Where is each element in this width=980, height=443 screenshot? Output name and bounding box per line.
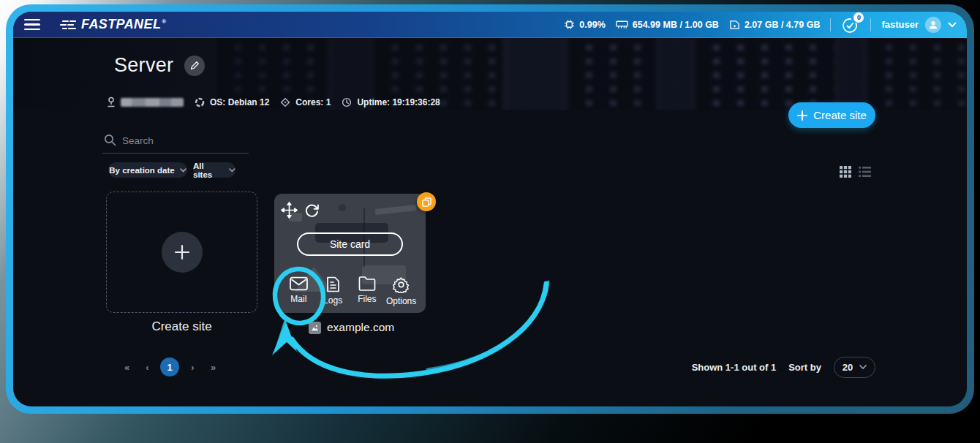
topbar-divider: [830, 18, 831, 31]
notifications-button[interactable]: 0: [841, 15, 860, 34]
site-card[interactable]: Site card Mail: [274, 194, 426, 313]
last-page-button[interactable]: »: [206, 362, 220, 373]
create-site-button-label: Create site: [813, 109, 867, 121]
list-view-icon[interactable]: [859, 166, 871, 178]
server-hero: Server: [13, 38, 967, 110]
card-top-icons: [281, 202, 320, 219]
sort-filter-dropdown[interactable]: By creation date: [108, 162, 187, 178]
server-os: OS: Debian 12: [195, 97, 269, 107]
files-button[interactable]: Files: [350, 276, 385, 306]
view-toggles: [840, 166, 871, 178]
plus-circle: [162, 232, 203, 273]
mail-button[interactable]: Mail: [282, 276, 316, 306]
server-ip: [107, 96, 184, 107]
create-site-button[interactable]: Create site: [788, 102, 875, 128]
image-icon: [311, 324, 319, 332]
create-site-card[interactable]: [106, 192, 257, 313]
grid-view-icon[interactable]: [840, 166, 851, 178]
pencil-icon: [190, 61, 200, 70]
ram-value: 654.99 MB / 1.00 GB: [633, 20, 719, 30]
pagination: « ‹ 1 › »: [119, 357, 220, 376]
cpu-value: 0.99%: [579, 20, 605, 30]
mail-label: Mail: [290, 294, 306, 304]
per-page-value: 20: [843, 362, 853, 373]
shown-count: Shown 1-1 out of 1: [692, 362, 777, 373]
logs-button[interactable]: Logs: [316, 276, 350, 306]
prev-page-button[interactable]: ‹: [140, 362, 154, 373]
type-filter-dropdown[interactable]: All sites: [193, 162, 235, 178]
topbar-divider: [870, 18, 871, 31]
server-os-value: OS: Debian 12: [210, 97, 269, 107]
cpu-icon: [564, 19, 575, 30]
person-icon: [928, 20, 938, 30]
site-card-actions: Mail Logs: [282, 276, 418, 306]
site-domain-row[interactable]: example.com: [309, 321, 394, 334]
per-page-select[interactable]: 20: [834, 357, 875, 378]
site-thumbnail-icon: [309, 322, 321, 334]
copy-site-button[interactable]: [417, 192, 436, 211]
files-label: Files: [358, 294, 376, 304]
plus-icon: [174, 244, 190, 260]
first-page-button[interactable]: «: [119, 362, 134, 373]
type-filter-label: All sites: [193, 162, 224, 179]
copy-icon: [422, 197, 431, 207]
menu-icon[interactable]: [24, 19, 40, 31]
brand-name: FASTPANEL®: [81, 17, 167, 32]
os-icon: [195, 97, 205, 107]
site-domain: example.com: [327, 321, 394, 334]
site-card-button[interactable]: Site card: [297, 232, 403, 256]
brand-logo[interactable]: FASTPANEL®: [60, 17, 167, 32]
redacted-ip: [121, 98, 184, 107]
sort-by-label: Sort by: [788, 362, 821, 373]
create-site-card-label: Create site: [106, 319, 257, 334]
server-cores: Cores: 1: [280, 97, 331, 107]
chevron-down-icon: [180, 168, 186, 173]
mail-icon: [290, 276, 308, 291]
disk-icon: [729, 20, 740, 30]
page-title: Server: [114, 54, 173, 77]
plus-icon: [797, 110, 807, 121]
brand-mark-icon: [60, 18, 76, 31]
screenshot-frame: FASTPANEL® 0.99%: [6, 4, 974, 414]
avatar: [925, 17, 941, 33]
search-box: [102, 133, 249, 154]
chevron-down-icon: [229, 168, 235, 173]
options-label: Options: [386, 296, 416, 306]
disk-stat: 2.07 GB / 4.79 GB: [729, 20, 821, 30]
user-menu[interactable]: fastuser: [881, 17, 957, 33]
server-cores-value: Cores: 1: [295, 97, 331, 107]
page-background: FASTPANEL® 0.99%: [0, 0, 980, 443]
username: fastuser: [881, 19, 919, 30]
current-page-button[interactable]: 1: [160, 357, 179, 376]
search-icon: [104, 134, 116, 146]
chevron-down-icon: [859, 365, 867, 370]
cores-icon: [280, 97, 290, 107]
server-meta: OS: Debian 12 Cores: 1: [107, 96, 440, 107]
search-input[interactable]: [102, 133, 249, 154]
notifications-badge: 0: [853, 12, 864, 23]
logs-icon: [326, 276, 340, 292]
drag-move-icon[interactable]: [281, 202, 298, 219]
gear-icon: [393, 276, 410, 293]
server-uptime: Uptime: 19:19:36:28: [342, 97, 440, 107]
disk-value: 2.07 GB / 4.79 GB: [745, 20, 821, 30]
ram-stat: 654.99 MB / 1.00 GB: [616, 20, 719, 30]
chevron-down-icon: [948, 22, 957, 28]
footer-right: Shown 1-1 out of 1 Sort by 20: [692, 357, 875, 378]
app-window: FASTPANEL® 0.99%: [13, 12, 967, 406]
topbar: FASTPANEL® 0.99%: [13, 12, 967, 38]
ram-icon: [616, 20, 628, 29]
sort-filter-label: By creation date: [109, 166, 174, 175]
folder-icon: [358, 276, 376, 291]
logs-label: Logs: [323, 295, 342, 306]
registered-mark: ®: [162, 18, 166, 25]
clock-icon: [342, 97, 352, 107]
next-page-button[interactable]: ›: [185, 362, 200, 373]
refresh-icon[interactable]: [304, 202, 320, 218]
server-uptime-value: Uptime: 19:19:36:28: [357, 97, 440, 107]
options-button[interactable]: Options: [384, 276, 418, 306]
location-pin-icon: [107, 96, 116, 107]
edit-server-name-button[interactable]: [184, 56, 205, 76]
cpu-stat: 0.99%: [564, 19, 605, 30]
topbar-right: 0.99% 654.99 MB / 1.00 GB: [564, 15, 967, 34]
